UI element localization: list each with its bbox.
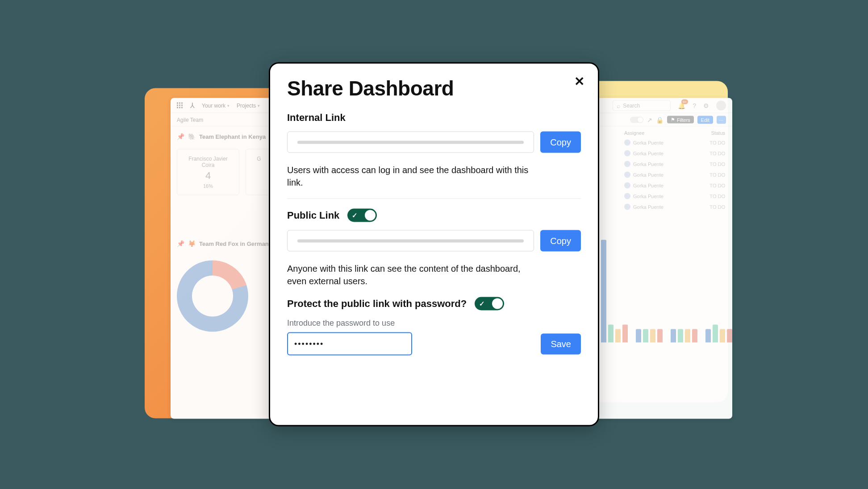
nav-projects-label: Projects	[237, 102, 256, 108]
section-elephant-label: Team Elephant in Kenya	[199, 133, 266, 140]
bar-group	[671, 329, 697, 343]
bar	[671, 329, 676, 343]
nav-your-work-label: Your work	[202, 102, 225, 108]
help-icon[interactable]: ?	[693, 102, 696, 109]
close-button[interactable]: ✕	[574, 75, 584, 88]
status-badge: TO DO	[709, 151, 725, 156]
bar-group	[636, 329, 663, 343]
notif-count: 9+	[681, 99, 688, 104]
edit-button[interactable]: Edit	[697, 116, 713, 124]
save-button[interactable]: Save	[541, 333, 581, 354]
avatar[interactable]	[716, 100, 726, 110]
status-badge: TO DO	[709, 172, 725, 178]
copy-public-button[interactable]: Copy	[540, 230, 581, 252]
lock-icon[interactable]: 🔒	[656, 116, 664, 123]
assignee-table: Assignee Status Gorka PuenteTO DOGorka P…	[623, 128, 726, 212]
public-link-input[interactable]	[287, 230, 534, 252]
check-icon: ✓	[479, 300, 485, 308]
pin-icon: 📌	[177, 133, 184, 140]
table-row[interactable]: Gorka PuenteTO DO	[623, 170, 726, 180]
assignee-name: Gorka Puente	[633, 140, 664, 145]
public-link-toggle[interactable]: ✓	[347, 209, 377, 222]
bar	[713, 325, 718, 343]
notifications-button[interactable]: 🔔 9+	[678, 102, 685, 109]
bar	[608, 325, 613, 343]
apps-grid-icon[interactable]	[177, 102, 183, 108]
status-badge: TO DO	[709, 204, 725, 210]
nav-your-work[interactable]: Your work ▾	[202, 102, 230, 108]
table-row[interactable]: Gorka PuenteTO DO	[623, 191, 726, 202]
assignee-name: Gorka Puente	[633, 204, 664, 210]
elephant-icon: 🐘	[188, 133, 196, 140]
bar	[705, 329, 711, 343]
table-row[interactable]: Gorka PuenteTO DO	[623, 202, 726, 212]
bar-group	[705, 325, 732, 343]
share-dashboard-modal: ✕ Share Dashboard Internal Link Copy Use…	[269, 62, 599, 427]
chevron-down-icon: ▾	[258, 103, 260, 108]
bar	[678, 329, 683, 343]
search-icon: ⌕	[617, 102, 620, 109]
divider	[287, 199, 581, 199]
bar	[643, 329, 648, 343]
status-badge: TO DO	[709, 194, 725, 199]
bar	[636, 329, 641, 343]
status-badge: TO DO	[709, 140, 725, 145]
table-row[interactable]: Gorka PuenteTO DO	[623, 137, 726, 148]
search-input[interactable]: ⌕ Search	[613, 100, 671, 111]
filters-label: Filters	[677, 117, 690, 122]
bar-group	[601, 240, 628, 343]
bar	[650, 329, 655, 343]
public-link-label: Public Link	[287, 210, 339, 221]
pin-icon: 📌	[177, 240, 184, 247]
password-field-label: Introduce the password to use	[287, 319, 581, 328]
app-logo-icon: ⅄	[190, 101, 195, 110]
avatar-dot	[624, 161, 630, 167]
internal-link-input[interactable]	[287, 132, 534, 153]
avatar-dot	[624, 172, 630, 178]
share-icon[interactable]: ↗	[647, 116, 652, 123]
avatar-dot	[624, 182, 630, 189]
stat-card[interactable]: Francisco Javier Coira 4 16%	[177, 149, 239, 195]
assignee-name: Gorka Puente	[633, 151, 664, 156]
avatar-dot	[624, 204, 630, 210]
table-row[interactable]: Gorka PuenteTO DO	[623, 180, 726, 191]
table-row[interactable]: Gorka PuenteTO DO	[623, 159, 726, 170]
nav-projects[interactable]: Projects ▾	[237, 102, 260, 108]
password-input[interactable]	[287, 332, 412, 356]
col-assignee: Assignee	[624, 130, 644, 136]
stat-card[interactable]: G	[246, 149, 272, 195]
link-placeholder	[297, 141, 524, 144]
link-placeholder	[297, 239, 524, 242]
status-badge: TO DO	[709, 183, 725, 188]
bar	[692, 329, 697, 343]
table-row[interactable]: Gorka PuenteTO DO	[623, 148, 726, 159]
breadcrumb[interactable]: Agile Team	[177, 116, 203, 123]
bar	[615, 329, 621, 343]
donut-chart	[177, 261, 248, 332]
bar	[657, 329, 663, 343]
subbar-toggle[interactable]	[630, 116, 643, 123]
stat-num: 4	[185, 170, 231, 182]
assignee-name: Gorka Puente	[633, 194, 664, 199]
internal-link-desc: Users with access can log in and see the…	[287, 164, 537, 189]
check-icon: ✓	[352, 211, 358, 220]
bar	[601, 240, 606, 343]
more-button[interactable]: ···	[717, 116, 726, 124]
gear-icon[interactable]: ⚙	[703, 102, 709, 109]
section-redfox-label: Team Red Fox in Germany	[199, 240, 272, 247]
bar	[685, 329, 690, 343]
col-status: Status	[711, 130, 725, 136]
public-link-desc: Anyone with this link can see the conten…	[287, 262, 537, 287]
copy-internal-button[interactable]: Copy	[540, 132, 581, 153]
modal-title: Share Dashboard	[287, 76, 581, 100]
grouped-bar-chart	[601, 222, 726, 347]
avatar-dot	[624, 193, 630, 199]
stat-pct: 16%	[185, 183, 231, 189]
filter-icon: ⚑	[671, 117, 675, 123]
assignee-name: Gorka Puente	[633, 183, 664, 188]
bar	[727, 329, 732, 343]
bar	[622, 325, 628, 343]
filters-button[interactable]: ⚑ Filters	[667, 116, 694, 124]
protect-password-toggle[interactable]: ✓	[475, 297, 504, 311]
assignee-name: Gorka Puente	[633, 162, 664, 167]
